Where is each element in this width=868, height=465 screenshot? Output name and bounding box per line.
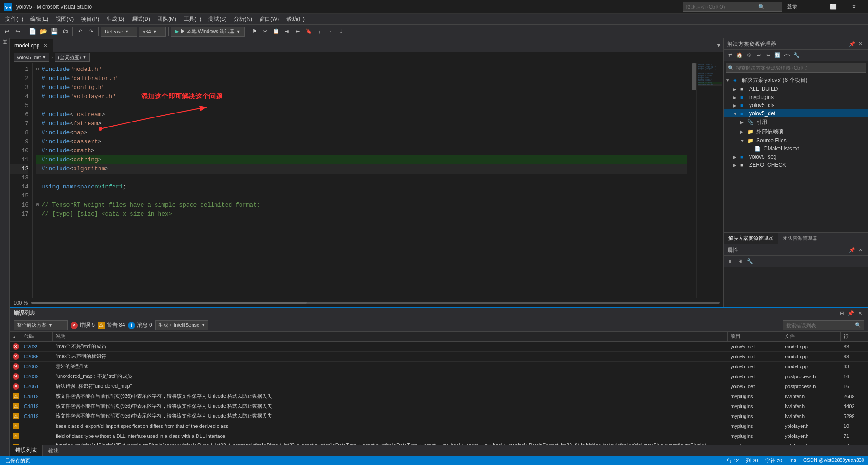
build-filter-dropdown[interactable]: 生成 + IntelliSense ▼: [155, 320, 208, 330]
login-button[interactable]: 登录: [787, 3, 797, 10]
se-search-box[interactable]: 🔍: [726, 63, 866, 73]
tree-item-zero-check[interactable]: ▶ ■ ZERO_CHECK: [724, 161, 868, 169]
error-row-5[interactable]: ✕ C2061 语法错误: 标识符"unordered_map" yolov5_…: [10, 381, 868, 391]
error-row-9[interactable]: ⚠ base class dllexport/dllimport specifi…: [10, 421, 868, 431]
se-close-button[interactable]: ✕: [856, 40, 864, 48]
error-search-box[interactable]: 🔍: [783, 320, 864, 330]
run-button[interactable]: ▶ ▶ 本地 Windows 调试器 ▼: [171, 27, 245, 37]
info-count-badge[interactable]: ℹ 消息 0: [128, 321, 152, 329]
restore-button[interactable]: ⬜: [823, 0, 844, 14]
props-tb-3[interactable]: 🔧: [745, 257, 755, 266]
eh-code[interactable]: 代码: [21, 332, 53, 341]
undo-button[interactable]: ↩: [2, 27, 12, 37]
code-lines[interactable]: ⊟ #include "model.h" #include "calibrato…: [33, 63, 691, 298]
menu-project[interactable]: 项目(P): [77, 14, 103, 25]
panel-collapse[interactable]: ⊟: [837, 309, 846, 318]
editor-scrollbar[interactable]: [691, 63, 696, 298]
tab-bar-expand[interactable]: ▼: [714, 39, 723, 52]
error-search-input[interactable]: [786, 323, 853, 328]
tree-item-ext-deps[interactable]: ▶ 📁 外部依赖项: [724, 127, 868, 136]
tree-item-yolov5-cls[interactable]: ▶ ■ yolov5_cls: [724, 101, 868, 109]
tab-solution-explorer[interactable]: 解决方案资源管理器: [724, 233, 778, 244]
tree-item-source-files[interactable]: ▼ 📁 Source Files: [724, 136, 868, 145]
error-row-2[interactable]: ✕ C2065 "max": 未声明的标识符 yolov5_det model.…: [10, 352, 868, 362]
toolbar-extra3[interactable]: 📋: [271, 27, 281, 37]
error-count-badge[interactable]: ✕ 错误 5: [71, 321, 95, 329]
toolbar-extra4[interactable]: ⇥: [282, 27, 292, 37]
tab-team-explorer[interactable]: 团队资源管理器: [778, 233, 822, 244]
se-tb-3[interactable]: ⚙: [745, 51, 754, 60]
props-tb-2[interactable]: ⊞: [736, 257, 745, 266]
error-row-8[interactable]: ⚠ C4819 该文件包含不能在当前代码页(936)中表示的字符，请将该文件保存…: [10, 411, 868, 421]
tree-item-myplugins[interactable]: ▶ ■ myplugins: [724, 93, 868, 101]
se-search-input[interactable]: [736, 65, 864, 70]
tree-item-all-build[interactable]: ▶ ■ ALL_BUILD: [724, 85, 868, 93]
props-tb-1[interactable]: ≡: [726, 257, 735, 266]
eh-line[interactable]: 行: [841, 332, 868, 341]
warning-count-badge[interactable]: ⚠ 警告 84: [98, 321, 125, 329]
se-tb-1[interactable]: ⇄: [726, 51, 735, 60]
tree-item-ref[interactable]: ▶ 📎 引用: [724, 117, 868, 127]
eh-project[interactable]: 项目: [728, 332, 782, 341]
redo2-button[interactable]: ↷: [86, 27, 96, 37]
quick-launch-input[interactable]: [686, 4, 758, 9]
menu-team[interactable]: 团队(M): [154, 14, 180, 25]
menu-tools[interactable]: 工具(T): [180, 14, 205, 25]
se-tb-8[interactable]: 🔧: [792, 51, 801, 60]
save-button[interactable]: 💾: [49, 27, 59, 37]
menu-help[interactable]: 帮助(H): [283, 14, 308, 25]
tab-error-list[interactable]: 错误列表: [10, 445, 43, 456]
solution-filter-dropdown[interactable]: 整个解决方案 ▼: [14, 320, 68, 330]
eh-desc[interactable]: 说明: [53, 332, 728, 341]
redo-button[interactable]: ↪: [13, 27, 23, 37]
se-tb-6[interactable]: 🔃: [773, 51, 782, 60]
se-tb-4[interactable]: ↩: [754, 51, 763, 60]
code-editor-main[interactable]: 1 2 3 4 5 6 7 8 9 10 11 12 13: [10, 63, 723, 298]
error-row-10[interactable]: ⚠ field of class type without a DLL inte…: [10, 431, 868, 441]
menu-debug[interactable]: 调试(D): [128, 14, 154, 25]
tree-item-cmake[interactable]: 📄 CMakeLists.txt: [724, 145, 868, 153]
error-row-3[interactable]: ✕ C2062 意外的类型"int" yolov5_det model.cpp …: [10, 362, 868, 371]
se-pin-button[interactable]: 📌: [848, 40, 856, 48]
error-row-11[interactable]: ⚠ function *nvinfer1::IPluginV2Ext::conf…: [10, 441, 868, 445]
save-all-button[interactable]: 🗂: [60, 27, 70, 37]
open-file-button[interactable]: 📂: [38, 27, 48, 37]
tab-close-icon[interactable]: ✕: [42, 42, 48, 49]
panel-close[interactable]: ✕: [855, 309, 864, 318]
menu-build[interactable]: 生成(B): [103, 14, 128, 25]
toolbar-extra6[interactable]: 🔖: [304, 27, 314, 37]
breadcrumb-scope-dropdown[interactable]: (全局范围) ▼: [55, 53, 90, 62]
props-close[interactable]: ✕: [856, 246, 864, 254]
toolbar-extra1[interactable]: ⚑: [250, 27, 259, 37]
eh-file[interactable]: 文件: [782, 332, 841, 341]
side-tab-1[interactable]: 工具箱: [0, 40, 9, 44]
minimize-button[interactable]: ─: [802, 0, 823, 14]
titlebar-search[interactable]: 🔍: [683, 2, 782, 12]
toolbar-extra7[interactable]: ↓: [315, 27, 325, 37]
tree-item-yolov5-det[interactable]: ▼ ■ yolov5_det: [724, 109, 868, 117]
breadcrumb-file-dropdown[interactable]: yolov5_det ▼: [14, 53, 49, 62]
eh-sort[interactable]: ▲: [10, 332, 21, 341]
se-tb-5[interactable]: ↪: [764, 51, 773, 60]
toolbar-extra9[interactable]: ⤓: [336, 27, 346, 37]
error-row-6[interactable]: ⚠ C4819 该文件包含不能在当前代码页(936)中表示的字符，请将该文件保存…: [10, 391, 868, 401]
menu-file[interactable]: 文件(F): [2, 14, 27, 25]
new-file-button[interactable]: 📄: [28, 27, 38, 37]
platform-dropdown[interactable]: x64 ▼: [139, 27, 166, 37]
toolbar-extra5[interactable]: ⇤: [293, 27, 303, 37]
panel-pin[interactable]: 📌: [846, 309, 855, 318]
menu-test[interactable]: 测试(S): [205, 14, 230, 25]
zoom-level[interactable]: 100 %: [14, 300, 28, 305]
tree-item-yolov5-seg[interactable]: ▶ ■ yolov5_seg: [724, 153, 868, 161]
error-row-1[interactable]: ✕ C2039 "max": 不是"std"的成员 yolov5_det mod…: [10, 342, 868, 352]
se-tb-7[interactable]: <>: [783, 51, 792, 60]
editor-tab-model-cpp[interactable]: model.cpp ✕: [10, 39, 53, 52]
tab-output[interactable]: 输出: [43, 445, 65, 456]
toolbar-extra8[interactable]: ↑: [326, 27, 335, 37]
tree-item-solution[interactable]: ▼ ◈ 解决方案'yolov5' (6 个项目): [724, 75, 868, 85]
menu-window[interactable]: 窗口(W): [256, 14, 283, 25]
side-tab-2[interactable]: 工具: [1, 46, 9, 49]
se-tb-2[interactable]: 🏠: [735, 51, 744, 60]
error-row-4[interactable]: ✕ C2039 "unordered_map": 不是"std"的成员 yolo…: [10, 371, 868, 381]
props-pin[interactable]: 📌: [848, 246, 856, 254]
